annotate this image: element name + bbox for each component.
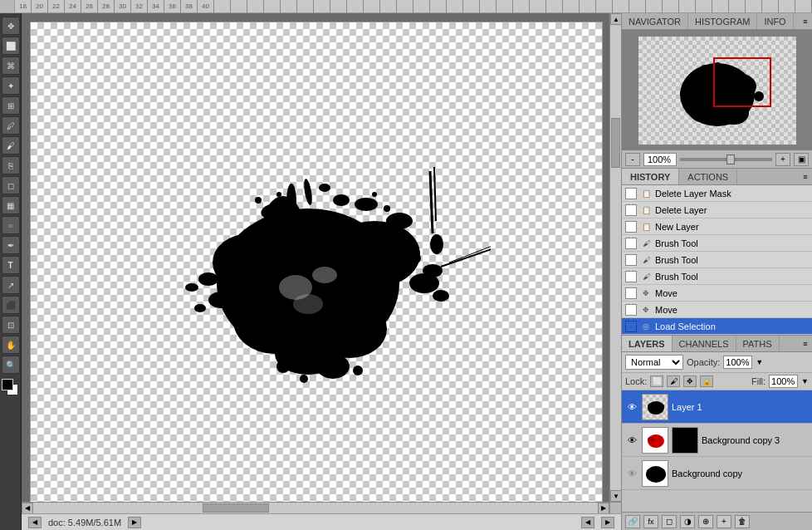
tab-layers[interactable]: LAYERS — [622, 336, 673, 351]
crop-tool-button[interactable]: ⊞ — [2, 96, 20, 115]
lock-paint-btn[interactable]: 🖌 — [667, 375, 680, 387]
fill-arrow[interactable]: ▼ — [801, 377, 809, 385]
zoom-input[interactable] — [643, 153, 677, 166]
move-tool-button[interactable]: ✥ — [2, 17, 20, 35]
layer-thumb-svg — [643, 461, 668, 487]
marquee-tool-button[interactable]: ⬜ — [2, 37, 20, 55]
history-item[interactable]: 🖌 Brush Tool — [622, 235, 812, 252]
lock-pixels-btn[interactable]: ⬜ — [650, 375, 663, 387]
hand-tool-button[interactable]: ✋ — [2, 336, 20, 354]
dodge-tool-button[interactable]: ○ — [2, 216, 20, 234]
scroll-track-vertical[interactable] — [610, 25, 621, 490]
svg-point-18 — [333, 194, 350, 206]
navigator-preview — [622, 30, 812, 150]
layer-visibility-eye[interactable]: 👁 — [625, 400, 638, 414]
layers-options-btn[interactable]: ≡ — [799, 336, 812, 351]
status-nav-right[interactable]: ▶ — [601, 517, 614, 528]
layer-item-bgcopy3[interactable]: 👁 Background copy 3 — [622, 424, 812, 457]
foreground-color-swatch[interactable] — [2, 379, 13, 390]
svg-point-15 — [423, 264, 443, 277]
history-item-label: Delete Layer Mask — [655, 189, 731, 199]
layer-link-btn[interactable]: 🔗 — [625, 515, 640, 528]
svg-point-12 — [194, 304, 206, 312]
history-item[interactable]: 🖌 Brush Tool — [622, 252, 812, 268]
history-item-active[interactable]: ◎ Load Selection — [622, 318, 812, 335]
top-panel-options-btn[interactable]: ≡ — [799, 17, 812, 26]
path-selection-button[interactable]: ↗ — [2, 276, 20, 294]
layer-group-btn[interactable]: ⊕ — [698, 515, 713, 528]
opacity-arrow[interactable]: ▼ — [756, 358, 763, 366]
tab-navigator[interactable]: NAVIGATOR — [622, 13, 688, 29]
clone-tool-button[interactable]: ⎘ — [2, 156, 20, 174]
history-item[interactable]: 🖌 Brush Tool — [622, 268, 812, 285]
tab-paths[interactable]: PATHS — [736, 336, 780, 351]
layer-mask-btn[interactable]: ◻ — [662, 515, 677, 528]
eraser-tool-button[interactable]: ◻ — [2, 176, 20, 194]
svg-point-37 — [300, 375, 308, 383]
history-item-icon: ✥ — [640, 304, 652, 316]
tab-info[interactable]: INFO — [757, 13, 793, 29]
layer-visibility-eye[interactable]: 👁 — [625, 434, 638, 447]
opacity-input[interactable] — [723, 356, 752, 369]
scroll-left-button[interactable]: ◀ — [22, 503, 33, 514]
canvas-horizontal-scrollbar[interactable]: ◀ ▶ — [22, 502, 609, 513]
blend-mode-select[interactable]: Normal — [625, 355, 683, 370]
status-left-btn[interactable]: ◀ — [28, 517, 42, 528]
history-item[interactable]: ✥ Move — [622, 302, 812, 318]
scroll-down-button[interactable]: ▼ — [610, 490, 621, 502]
tab-channels[interactable]: CHANNELS — [673, 336, 736, 351]
gradient-tool-button[interactable]: ▦ — [2, 196, 20, 214]
scroll-right-button[interactable]: ▶ — [598, 503, 609, 514]
layer-new-btn[interactable]: + — [717, 515, 731, 528]
layer-item-bgcopy[interactable]: 👁 Background copy — [622, 457, 812, 490]
status-nav-left[interactable]: ◀ — [581, 517, 594, 528]
status-right-btn[interactable]: ▶ — [128, 517, 141, 528]
layer-fx-btn[interactable]: fx — [643, 515, 658, 528]
brush-tool-button[interactable]: 🖌 — [2, 136, 20, 155]
fill-input[interactable] — [769, 375, 798, 388]
tab-history[interactable]: HISTORY — [622, 169, 679, 184]
history-snap — [625, 188, 637, 199]
lock-move-btn[interactable]: ✥ — [683, 375, 697, 387]
history-item[interactable]: 📋 New Layer — [622, 218, 812, 235]
zoom-out-button[interactable]: - — [625, 153, 640, 166]
layer-adjustment-btn[interactable]: ◑ — [680, 515, 695, 528]
zoom-in-button[interactable]: + — [775, 153, 790, 166]
lasso-tool-button[interactable]: ⌘ — [2, 56, 20, 75]
zoom-slider-thumb[interactable] — [726, 155, 735, 164]
history-item-icon: 🖌 — [640, 271, 652, 282]
svg-line-38 — [430, 171, 433, 233]
scroll-thumb-horizontal[interactable] — [203, 503, 269, 513]
scroll-up-button[interactable]: ▲ — [610, 13, 621, 25]
eyedropper-tool-button[interactable]: 🖊 — [2, 116, 20, 135]
3d-tool-button[interactable]: ⊡ — [2, 316, 20, 334]
zoom-tool-button[interactable]: 🔍 — [2, 356, 20, 374]
history-options-btn[interactable]: ≡ — [799, 169, 812, 184]
layers-list: 👁 Layer 1 👁 — [622, 390, 812, 512]
svg-point-21 — [221, 246, 229, 254]
canvas-document[interactable] — [30, 22, 603, 502]
svg-point-36 — [353, 366, 363, 375]
history-snap — [625, 221, 637, 233]
layer-delete-btn[interactable]: 🗑 — [735, 515, 750, 528]
history-item[interactable]: 📋 Delete Layer — [622, 202, 812, 218]
layer-visibility-eye[interactable]: 👁 — [625, 467, 638, 480]
scroll-track-horizontal[interactable] — [33, 503, 598, 513]
type-tool-button[interactable]: T — [2, 256, 20, 274]
layer-thumbnail — [642, 427, 668, 454]
scroll-thumb-vertical[interactable] — [611, 118, 620, 168]
zoom-slider[interactable] — [680, 158, 772, 161]
history-snap — [625, 271, 637, 282]
history-item[interactable]: 📋 Delete Layer Mask — [622, 185, 812, 202]
opacity-label: Opacity: — [687, 357, 720, 367]
tab-histogram[interactable]: HISTOGRAM — [688, 13, 757, 29]
layer-item-layer1[interactable]: 👁 Layer 1 — [622, 390, 812, 424]
shape-tool-button[interactable]: ⬛ — [2, 296, 20, 314]
tab-actions[interactable]: ACTIONS — [679, 169, 737, 184]
lock-all-btn[interactable]: 🔒 — [700, 375, 713, 387]
history-item[interactable]: ✥ Move — [622, 285, 812, 302]
zoom-fit-button[interactable]: ▣ — [794, 153, 809, 166]
canvas-vertical-scrollbar[interactable]: ▲ ▼ — [609, 13, 621, 502]
pen-tool-button[interactable]: ✒ — [2, 236, 20, 254]
magic-wand-tool-button[interactable]: ✦ — [2, 76, 20, 95]
